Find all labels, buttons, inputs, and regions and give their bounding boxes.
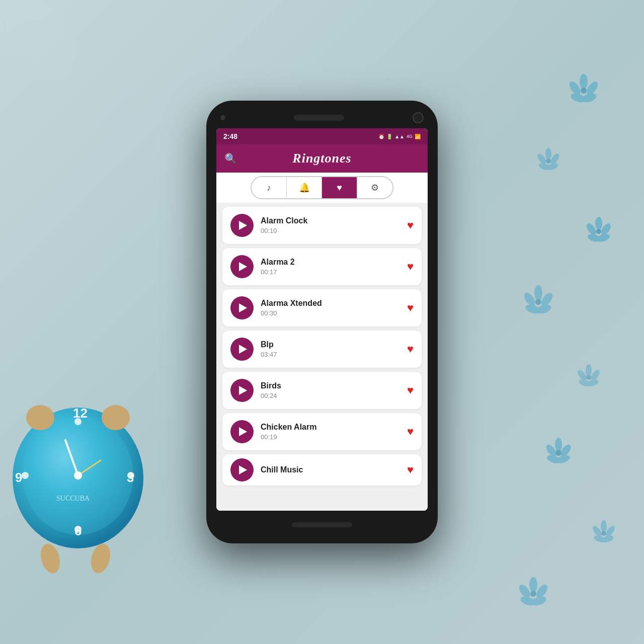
svg-point-33 bbox=[555, 438, 562, 452]
play-button[interactable] bbox=[230, 458, 254, 481]
favorite-heart-icon[interactable]: ♥ bbox=[407, 384, 414, 397]
svg-point-66 bbox=[26, 405, 54, 430]
speaker-grille bbox=[294, 115, 344, 121]
svg-point-9 bbox=[545, 148, 551, 160]
tab-favorites[interactable]: ♥ bbox=[322, 177, 357, 198]
ringtone-duration: 00:19 bbox=[261, 433, 400, 441]
search-icon[interactable]: 🔍 bbox=[224, 152, 237, 165]
svg-point-27 bbox=[586, 364, 592, 376]
ringtone-name: Alarm Clock bbox=[261, 216, 400, 225]
tab-bar: ♪ 🔔 ♥ ⚙ bbox=[216, 173, 428, 203]
heart-tab-icon: ♥ bbox=[337, 183, 342, 193]
ringtone-duration: 00:24 bbox=[261, 392, 400, 399]
play-button[interactable] bbox=[230, 420, 254, 443]
play-button[interactable] bbox=[230, 379, 254, 402]
play-button[interactable] bbox=[230, 255, 254, 278]
ringtone-item: Alarma 2 00:17 ♥ bbox=[222, 248, 422, 285]
svg-text:SUCCUBA: SUCCUBA bbox=[56, 495, 90, 502]
ringtone-item: Alarm Clock 00:10 ♥ bbox=[222, 207, 422, 244]
ringtone-duration: 00:10 bbox=[261, 227, 400, 234]
tab-alarm[interactable]: 🔔 bbox=[287, 177, 322, 198]
ringtone-name: Birds bbox=[261, 381, 400, 390]
svg-point-57 bbox=[22, 472, 29, 479]
tab-music[interactable]: ♪ bbox=[252, 177, 287, 198]
svg-point-38 bbox=[555, 450, 561, 456]
bg-decoration-topleft bbox=[0, 0, 131, 131]
ringtone-item: Birds 00:24 ♥ bbox=[222, 372, 422, 409]
ringtone-item: Chill Music ♥ bbox=[222, 454, 422, 486]
camera-dot bbox=[220, 115, 225, 120]
play-icon bbox=[239, 345, 247, 354]
svg-point-20 bbox=[596, 229, 601, 234]
music-note-icon: ♪ bbox=[267, 183, 271, 193]
ringtone-name: Alarma 2 bbox=[261, 258, 400, 267]
ringtone-item: Chicken Alarm 00:19 ♥ bbox=[222, 413, 422, 450]
ringtone-list: Alarm Clock 00:10 ♥ Alarma 2 00:17 ♥ bbox=[216, 203, 428, 511]
favorite-heart-icon[interactable]: ♥ bbox=[407, 301, 414, 314]
svg-text:9: 9 bbox=[15, 470, 22, 485]
ringtone-item: Alarma Xtended 00:30 ♥ bbox=[222, 289, 422, 327]
ringtone-duration: 00:17 bbox=[261, 268, 400, 276]
ringtone-info: Chill Music bbox=[261, 465, 400, 474]
wifi-icon: 📶 bbox=[415, 134, 421, 139]
clock-decoration: 12 9 3 6 SUCCUBA bbox=[0, 312, 161, 604]
play-button[interactable] bbox=[230, 296, 254, 319]
svg-point-32 bbox=[586, 375, 591, 380]
app-title: Ringtones bbox=[292, 151, 351, 166]
ringtone-duration: 03:47 bbox=[261, 351, 400, 358]
ringtone-name: Blp bbox=[261, 340, 400, 349]
play-icon bbox=[239, 221, 247, 230]
svg-point-26 bbox=[535, 299, 541, 305]
play-button[interactable] bbox=[230, 214, 254, 237]
favorite-heart-icon[interactable]: ♥ bbox=[407, 343, 414, 356]
ringtone-name: Chicken Alarm bbox=[261, 423, 400, 432]
ringtone-info: Birds 00:24 bbox=[261, 381, 400, 399]
battery-status-icon: 🔋 bbox=[386, 134, 392, 139]
favorite-heart-icon[interactable]: ♥ bbox=[407, 425, 414, 438]
ringtone-name: Alarma Xtended bbox=[261, 299, 400, 308]
play-button[interactable] bbox=[230, 338, 254, 361]
svg-point-8 bbox=[581, 88, 587, 94]
signal-icon: ▲▲ bbox=[394, 134, 405, 139]
bell-icon: 🔔 bbox=[299, 182, 310, 193]
app-header: 🔍 Ringtones bbox=[216, 144, 428, 173]
svg-point-45 bbox=[529, 577, 537, 592]
play-icon bbox=[239, 386, 247, 395]
play-icon bbox=[239, 262, 247, 271]
status-bar: 2:48 ⏰ 🔋 ▲▲ 4G 📶 bbox=[216, 128, 428, 144]
svg-point-50 bbox=[530, 591, 536, 597]
svg-point-3 bbox=[580, 74, 588, 89]
svg-point-14 bbox=[546, 158, 551, 164]
play-icon bbox=[239, 465, 247, 474]
svg-text:12: 12 bbox=[73, 406, 88, 421]
alarm-status-icon: ⏰ bbox=[378, 134, 384, 139]
svg-point-39 bbox=[601, 520, 607, 532]
svg-point-67 bbox=[102, 405, 130, 430]
favorite-heart-icon[interactable]: ♥ bbox=[407, 260, 414, 273]
phone-top bbox=[206, 101, 438, 128]
favorite-heart-icon[interactable]: ♥ bbox=[407, 463, 414, 476]
tab-settings[interactable]: ⚙ bbox=[357, 177, 392, 198]
screen: 2:48 ⏰ 🔋 ▲▲ 4G 📶 🔍 Ringtones ♪ 🔔 bbox=[216, 128, 428, 511]
tab-pill-container: ♪ 🔔 ♥ ⚙ bbox=[251, 176, 393, 199]
ringtone-name: Chill Music bbox=[261, 465, 400, 474]
svg-text:6: 6 bbox=[74, 523, 82, 538]
svg-point-44 bbox=[601, 531, 606, 536]
ringtone-info: Alarma Xtended 00:30 bbox=[261, 299, 400, 317]
play-icon bbox=[239, 427, 247, 436]
network-type: 4G bbox=[407, 134, 413, 139]
phone-bottom bbox=[206, 511, 438, 538]
front-camera bbox=[413, 112, 424, 123]
ringtone-info: Alarm Clock 00:10 bbox=[261, 216, 400, 234]
svg-text:3: 3 bbox=[127, 470, 134, 485]
favorite-heart-icon[interactable]: ♥ bbox=[407, 219, 414, 232]
ringtone-info: Blp 03:47 bbox=[261, 340, 400, 358]
ringtone-info: Alarma 2 00:17 bbox=[261, 258, 400, 276]
svg-point-51 bbox=[38, 541, 63, 575]
svg-point-15 bbox=[595, 217, 602, 230]
ringtone-info: Chicken Alarm 00:19 bbox=[261, 423, 400, 441]
ringtone-duration: 00:30 bbox=[261, 309, 400, 317]
bg-flowers-right bbox=[518, 0, 629, 644]
status-time: 2:48 bbox=[223, 132, 237, 140]
svg-point-65 bbox=[74, 471, 82, 479]
